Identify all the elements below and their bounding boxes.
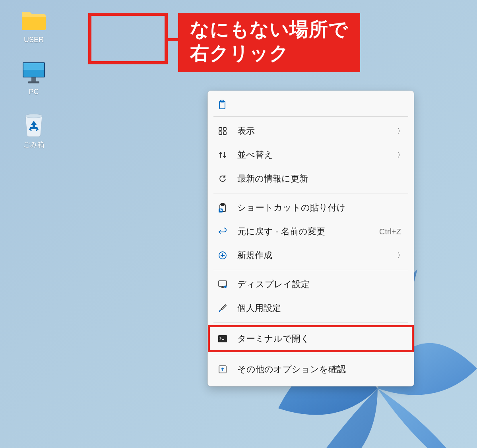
- menu-item-label: 並べ替え: [237, 149, 397, 161]
- menu-separator: [213, 116, 408, 117]
- display-settings-icon: [217, 279, 228, 290]
- folder-icon: [21, 8, 47, 33]
- menu-item-undo[interactable]: 元に戻す - 名前の変更 Ctrl+Z: [208, 220, 414, 243]
- svg-rect-4: [28, 81, 39, 83]
- menu-item-label: 元に戻す - 名前の変更: [237, 226, 379, 238]
- menu-item-terminal[interactable]: ターミナルで開く: [208, 325, 414, 352]
- desktop-icons-column: USER PC ごみ箱: [16, 8, 52, 149]
- paintbrush-icon: [217, 303, 228, 313]
- menu-item-label: 最新の情報に更新: [237, 173, 404, 185]
- desktop-icon-user-folder[interactable]: USER: [16, 8, 52, 44]
- svg-point-5: [25, 114, 42, 118]
- desktop-icon-label: ごみ箱: [23, 140, 45, 149]
- more-options-icon: [217, 364, 228, 375]
- menu-item-new[interactable]: 新規作成 〉: [208, 243, 414, 267]
- recycle-bin-icon: [21, 112, 47, 137]
- chevron-right-icon: 〉: [397, 126, 404, 136]
- svg-rect-18: [218, 335, 227, 342]
- plus-circle-icon: [217, 250, 228, 261]
- grid-icon: [217, 126, 228, 136]
- desktop-context-menu: 表示 〉 並べ替え 〉 最新の情報に更新: [207, 91, 414, 386]
- menu-item-paste-shortcut[interactable]: ショートカットの貼り付け: [208, 196, 414, 220]
- menu-item-label: 個人用設定: [237, 302, 404, 314]
- menu-item-label: その他のオプションを確認: [237, 363, 404, 375]
- desktop-icon-label: USER: [24, 36, 44, 44]
- svg-rect-11: [223, 132, 226, 135]
- menu-item-label: 表示: [237, 125, 397, 137]
- menu-item-refresh[interactable]: 最新の情報に更新: [208, 167, 414, 191]
- refresh-icon: [217, 174, 228, 184]
- menu-item-label: ターミナルで開く: [237, 333, 404, 345]
- menu-separator: [213, 193, 408, 193]
- sort-icon: [217, 150, 228, 160]
- svg-rect-2: [23, 63, 44, 70]
- desktop-icon-label: PC: [29, 88, 39, 96]
- svg-rect-9: [223, 127, 226, 130]
- svg-rect-10: [219, 132, 222, 135]
- chevron-right-icon: 〉: [397, 251, 404, 260]
- menu-item-more-options[interactable]: その他のオプションを確認: [208, 357, 414, 381]
- annotation-text: なにもない場所で 右クリック: [178, 13, 360, 72]
- menu-separator: [213, 322, 408, 323]
- monitor-icon: [21, 60, 47, 85]
- svg-rect-8: [219, 127, 222, 130]
- menu-item-label: 新規作成: [237, 249, 397, 261]
- menu-item-personalize[interactable]: 個人用設定: [208, 296, 414, 320]
- clipboard-row: [208, 96, 414, 114]
- menu-item-display-settings[interactable]: ディスプレイ設定: [208, 272, 414, 296]
- undo-icon: [217, 226, 228, 237]
- menu-item-shortcut: Ctrl+Z: [379, 227, 401, 236]
- svg-rect-16: [219, 281, 227, 286]
- menu-item-sort[interactable]: 並べ替え 〉: [208, 143, 414, 167]
- menu-separator: [213, 270, 408, 270]
- menu-item-label: ディスプレイ設定: [237, 278, 404, 290]
- menu-separator: [213, 355, 408, 355]
- svg-rect-3: [31, 77, 36, 81]
- menu-item-view[interactable]: 表示 〉: [208, 119, 414, 143]
- paste-icon[interactable]: [217, 104, 227, 111]
- terminal-icon: [217, 334, 228, 344]
- chevron-right-icon: 〉: [397, 150, 404, 160]
- paste-shortcut-icon: [217, 203, 228, 213]
- desktop-icon-recycle-bin[interactable]: ごみ箱: [16, 112, 52, 149]
- menu-item-label: ショートカットの貼り付け: [237, 202, 404, 214]
- annotation-highlight-box: [88, 13, 168, 64]
- desktop-icon-pc[interactable]: PC: [16, 60, 52, 96]
